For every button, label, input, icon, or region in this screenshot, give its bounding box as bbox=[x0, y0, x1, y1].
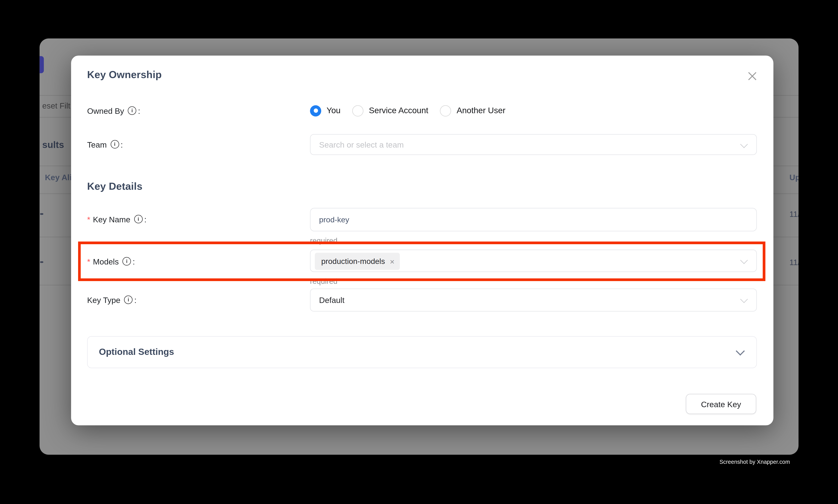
key-name-input-value: prod-key bbox=[319, 209, 349, 232]
selected-model-tag: production-models × bbox=[315, 253, 400, 270]
xnapper-watermark: Screenshot by Xnapper.com bbox=[719, 458, 790, 465]
radio-owned-by-service-account[interactable]: Service Account bbox=[352, 105, 428, 116]
team-select-placeholder: Search or select a team bbox=[319, 135, 404, 155]
table-cell-empty-dash bbox=[40, 262, 43, 263]
required-asterisk: * bbox=[87, 215, 90, 224]
info-icon[interactable]: i bbox=[110, 140, 119, 148]
info-icon[interactable]: i bbox=[124, 295, 133, 304]
section-title-key-details: Key Details bbox=[87, 181, 142, 192]
info-icon[interactable]: i bbox=[134, 215, 143, 223]
close-icon[interactable] bbox=[746, 70, 759, 83]
radio-owned-by-another-user[interactable]: Another User bbox=[440, 105, 505, 116]
key-name-validation-message: required bbox=[310, 236, 338, 245]
owned-by-label-text: Owned By bbox=[87, 106, 124, 115]
radio-selected-icon[interactable] bbox=[310, 105, 321, 116]
owned-by-label: Owned By i : bbox=[87, 105, 140, 116]
create-key-button[interactable]: Create Key bbox=[686, 394, 756, 414]
chevron-down-icon bbox=[740, 141, 748, 148]
column-header-updated-partial: Up bbox=[789, 173, 799, 182]
partial-primary-button bbox=[40, 56, 44, 73]
key-type-select[interactable]: Default bbox=[310, 288, 757, 311]
radio-unselected-icon[interactable] bbox=[352, 105, 363, 116]
radio-unselected-icon[interactable] bbox=[440, 105, 451, 116]
team-label: Team i : bbox=[87, 139, 123, 150]
team-select[interactable]: Search or select a team bbox=[310, 134, 757, 155]
reset-filters-button-partial: eset Filt bbox=[42, 101, 70, 110]
radio-label[interactable]: You bbox=[327, 106, 341, 115]
required-asterisk: * bbox=[87, 257, 90, 266]
models-label-text: Models bbox=[93, 257, 119, 266]
optional-settings-title: Optional Settings bbox=[99, 347, 174, 358]
owned-by-radio-group: You Service Account Another User bbox=[310, 105, 505, 116]
models-select[interactable]: production-models × bbox=[310, 250, 757, 272]
remove-tag-icon[interactable]: × bbox=[390, 257, 394, 265]
key-name-label-text: Key Name bbox=[93, 215, 130, 224]
label-colon: : bbox=[144, 215, 146, 224]
key-type-label: Key Type i : bbox=[87, 294, 137, 305]
table-cell-date-partial: 11/ bbox=[789, 257, 799, 267]
key-name-input[interactable]: prod-key bbox=[310, 208, 757, 231]
screenshot-stage: eset Filt sults Key Alia Up 11/ 11/ Key … bbox=[0, 0, 838, 504]
label-colon: : bbox=[134, 295, 137, 304]
create-key-modal: Key Ownership Owned By i : You Service A… bbox=[71, 56, 773, 425]
optional-settings-expander[interactable]: Optional Settings bbox=[87, 336, 757, 368]
radio-label[interactable]: Service Account bbox=[369, 106, 428, 115]
selected-model-tag-text: production-models bbox=[321, 257, 385, 266]
models-validation-message: required bbox=[310, 277, 338, 285]
label-colon: : bbox=[121, 140, 123, 149]
info-icon[interactable]: i bbox=[122, 257, 131, 266]
key-type-label-text: Key Type bbox=[87, 295, 120, 304]
info-icon[interactable]: i bbox=[128, 106, 137, 115]
radio-owned-by-you[interactable]: You bbox=[310, 105, 340, 116]
key-type-select-value: Default bbox=[319, 289, 344, 311]
key-name-label: * Key Name i : bbox=[87, 214, 146, 224]
table-cell-date-partial: 11/ bbox=[789, 210, 799, 219]
table-cell-empty-dash bbox=[40, 213, 43, 215]
chevron-down-icon bbox=[740, 295, 748, 303]
section-title-key-ownership: Key Ownership bbox=[87, 69, 162, 80]
label-colon: : bbox=[138, 106, 140, 115]
models-label: * Models i : bbox=[87, 256, 135, 267]
label-colon: : bbox=[132, 257, 135, 266]
radio-label[interactable]: Another User bbox=[457, 106, 505, 115]
chevron-down-icon bbox=[736, 346, 745, 356]
chevron-down-icon bbox=[740, 256, 748, 264]
results-count-partial: sults bbox=[42, 139, 64, 150]
team-label-text: Team bbox=[87, 140, 107, 149]
